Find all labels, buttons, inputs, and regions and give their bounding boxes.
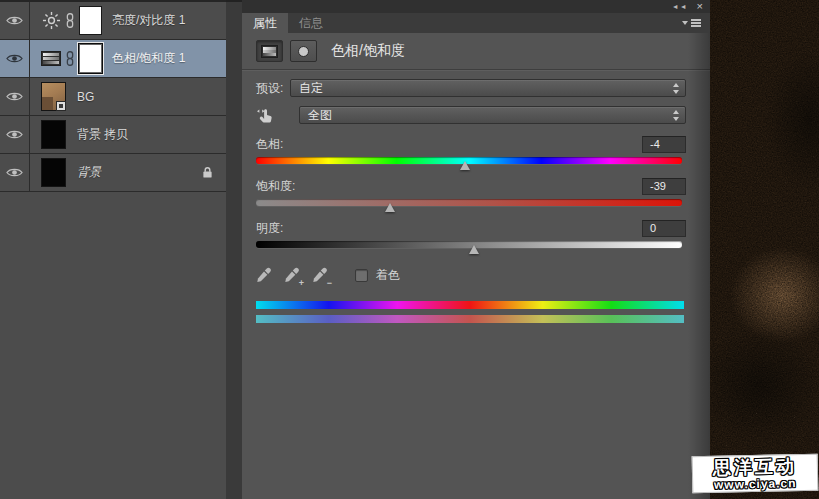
layers-panel: 亮度/对比度 1 色相/饱和度 1 — [0, 0, 226, 499]
saturation-slider-thumb[interactable] — [385, 203, 395, 212]
preset-row: 预设: 自定 — [256, 79, 686, 97]
eye-icon — [6, 91, 23, 102]
layer-name[interactable]: 色相/饱和度 1 — [112, 50, 185, 67]
panel-tabs: 属性 信息 — [242, 13, 710, 33]
link-mask-icon — [66, 51, 74, 66]
layer-thumbnail[interactable] — [41, 82, 66, 111]
eyedropper-icon[interactable] — [256, 267, 273, 284]
layer-name[interactable]: BG — [77, 90, 94, 104]
saturation-slider-group: 饱和度: -39 — [256, 177, 686, 211]
eye-icon — [6, 15, 23, 26]
hue-saturation-controls: 预设: 自定 全图 色相: -4 — [242, 70, 710, 323]
eye-icon — [6, 167, 23, 178]
layer-row-background-copy[interactable]: 背景 拷贝 — [0, 116, 226, 154]
layer-row-brightness-contrast[interactable]: 亮度/对比度 1 — [0, 2, 226, 40]
hue-value-input[interactable]: -4 — [642, 136, 686, 153]
link-mask-icon — [66, 13, 74, 28]
eyedropper-row: + − 着色 — [256, 267, 686, 284]
watermark: 思洋互动 www.ciya.cn — [692, 454, 819, 494]
clip-to-layer-button[interactable] — [290, 40, 317, 62]
visibility-toggle[interactable] — [0, 116, 30, 153]
spectrum-bar-original — [256, 301, 684, 309]
visibility-toggle[interactable] — [0, 154, 30, 191]
visibility-toggle[interactable] — [0, 78, 30, 115]
close-panel-icon[interactable]: × — [697, 1, 703, 12]
hue-slider-group: 色相: -4 — [256, 135, 686, 169]
layer-mask-thumbnail[interactable] — [79, 6, 102, 35]
colorize-label: 着色 — [376, 267, 400, 284]
channel-row: 全图 — [256, 106, 686, 124]
properties-panel: ◄◄ × 属性 信息 色相/饱和度 预设: 自定 — [242, 0, 710, 499]
eye-icon — [6, 129, 23, 140]
eyedropper-plus-icon[interactable]: + — [284, 267, 301, 284]
layer-name[interactable]: 亮度/对比度 1 — [112, 12, 185, 29]
photoshop-workspace: 亮度/对比度 1 色相/饱和度 1 — [0, 0, 819, 499]
panel-titlebar: ◄◄ × — [242, 0, 710, 13]
layer-name[interactable]: 背景 拷贝 — [77, 126, 128, 143]
panel-menu-icon[interactable] — [682, 13, 710, 33]
adjustment-header: 色相/饱和度 — [242, 33, 710, 69]
visibility-toggle[interactable] — [0, 2, 30, 39]
brightness-contrast-icon — [41, 11, 61, 30]
layer-name[interactable]: 背景 — [77, 164, 101, 181]
saturation-value-input[interactable]: -39 — [642, 178, 686, 195]
spectrum-bar-adjusted — [256, 315, 684, 323]
panel-divider — [226, 0, 242, 499]
clip-circle-icon — [298, 46, 309, 57]
eye-icon — [6, 53, 23, 64]
scrubby-hand-icon[interactable] — [256, 107, 299, 124]
lightness-slider-thumb[interactable] — [469, 245, 479, 254]
hue-saturation-icon — [261, 45, 278, 58]
watermark-brand: 思洋互动 — [713, 457, 797, 477]
watermark-url: www.ciya.cn — [714, 477, 797, 491]
collapse-panel-icon[interactable]: ◄◄ — [672, 3, 688, 10]
hue-slider-thumb[interactable] — [460, 161, 470, 170]
layer-mask-thumbnail-selected[interactable] — [79, 44, 102, 73]
adjustment-title: 色相/饱和度 — [331, 42, 405, 60]
eyedropper-minus-icon[interactable]: − — [312, 267, 329, 284]
dropdown-arrows-icon — [673, 110, 679, 121]
layer-thumbnail[interactable] — [41, 120, 66, 149]
layer-thumbnail[interactable] — [41, 158, 66, 187]
tab-properties[interactable]: 属性 — [242, 13, 288, 33]
lightness-value-input[interactable]: 0 — [642, 220, 686, 237]
document-canvas — [710, 0, 819, 499]
hue-saturation-adjustment-icon — [41, 51, 61, 66]
preset-dropdown[interactable]: 自定 — [290, 79, 686, 97]
channel-dropdown[interactable]: 全图 — [299, 106, 686, 124]
dropdown-arrows-icon — [673, 83, 679, 94]
smart-object-badge-icon — [56, 101, 66, 111]
tab-info[interactable]: 信息 — [288, 13, 334, 33]
dirt-texture-image — [710, 0, 819, 499]
visibility-toggle[interactable] — [0, 40, 30, 77]
colorize-checkbox[interactable] — [355, 269, 368, 282]
lightness-label: 明度: — [256, 220, 283, 237]
hue-label: 色相: — [256, 136, 283, 153]
layer-row-background[interactable]: 背景 — [0, 154, 226, 192]
saturation-slider-track[interactable] — [256, 199, 682, 206]
saturation-label: 饱和度: — [256, 178, 295, 195]
hue-saturation-icon-button[interactable] — [256, 40, 283, 62]
spectrum-preview — [256, 301, 684, 323]
lock-icon — [202, 166, 213, 179]
thumbnail-detail — [42, 97, 53, 110]
lightness-slider-group: 明度: 0 — [256, 219, 686, 253]
layer-row-hue-saturation[interactable]: 色相/饱和度 1 — [0, 40, 226, 78]
layer-row-bg[interactable]: BG — [0, 78, 226, 116]
preset-label: 预设: — [256, 80, 290, 97]
